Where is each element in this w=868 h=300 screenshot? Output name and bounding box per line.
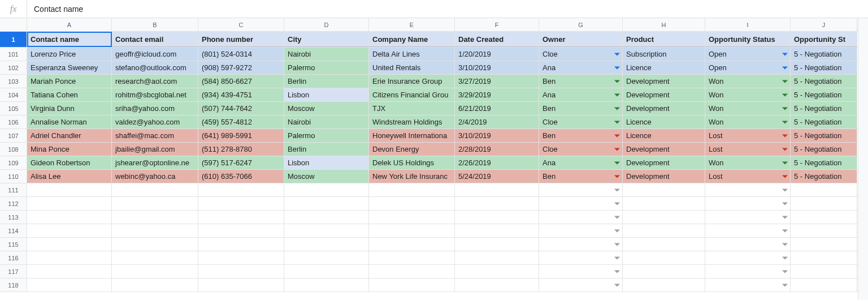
cell[interactable] (791, 251, 857, 264)
cell[interactable] (284, 278, 369, 292)
cell[interactable]: Delta Air Lines (369, 48, 455, 61)
cell[interactable]: Berlin (284, 75, 369, 88)
cell[interactable]: (908) 597-9272 (198, 61, 284, 74)
cell[interactable]: 1/20/2019 (455, 48, 539, 61)
select-all-corner[interactable] (0, 18, 27, 31)
dropdown-icon[interactable] (614, 256, 620, 259)
cell[interactable]: Ana (539, 61, 623, 74)
cell[interactable] (198, 211, 284, 224)
cell[interactable]: 3/29/2019 (455, 88, 539, 101)
dropdown-icon[interactable] (614, 175, 620, 178)
cell[interactable] (27, 197, 112, 210)
cell[interactable]: Cloe (539, 115, 623, 128)
cell[interactable]: 5 - Negotiation (791, 129, 857, 142)
dropdown-icon[interactable] (782, 216, 788, 218)
cell[interactable]: jbailie@gmail.com (112, 143, 198, 156)
header-cell[interactable]: Opportunity Status (705, 32, 791, 47)
row-number[interactable]: 105 (0, 102, 27, 115)
cell[interactable]: 3/10/2019 (455, 61, 539, 74)
cell[interactable] (369, 278, 455, 292)
dropdown-icon[interactable] (782, 284, 788, 286)
cell[interactable] (198, 251, 284, 264)
dropdown-icon[interactable] (782, 256, 788, 259)
cell[interactable]: Windstream Holdings (369, 115, 455, 128)
cell[interactable]: Development (623, 143, 705, 156)
header-cell[interactable]: Contact name (27, 32, 112, 47)
cell[interactable] (791, 197, 857, 210)
cell[interactable]: Won (705, 75, 791, 88)
cell[interactable]: Mariah Ponce (27, 75, 112, 88)
cell[interactable] (27, 265, 112, 278)
column-header-E[interactable]: E (369, 18, 455, 31)
cell[interactable]: Licence (623, 129, 705, 142)
dropdown-icon[interactable] (782, 134, 788, 137)
cell[interactable] (623, 224, 705, 237)
cell[interactable] (198, 278, 284, 292)
row-number[interactable]: 110 (0, 170, 27, 183)
dropdown-icon[interactable] (782, 175, 788, 178)
cell[interactable]: 5 - Negotiation (791, 170, 857, 183)
cell[interactable] (27, 224, 112, 237)
cell[interactable] (369, 211, 455, 224)
cell[interactable]: Alisa Lee (27, 170, 112, 183)
cell[interactable] (455, 265, 539, 278)
cell[interactable]: Lost (705, 143, 791, 156)
row-number[interactable]: 117 (0, 265, 27, 278)
vertical-scrollbar[interactable] (858, 18, 868, 300)
row-number[interactable]: 101 (0, 48, 27, 61)
cell[interactable] (27, 251, 112, 264)
cell[interactable] (623, 238, 705, 251)
cell[interactable] (705, 183, 791, 196)
dropdown-icon[interactable] (782, 161, 788, 164)
cell[interactable]: 5 - Negotiation (791, 115, 857, 128)
row-number[interactable]: 102 (0, 61, 27, 74)
cell[interactable] (112, 197, 198, 210)
cell[interactable] (705, 238, 791, 251)
cell[interactable]: 6/21/2019 (455, 102, 539, 115)
cell[interactable] (198, 265, 284, 278)
cell[interactable] (369, 224, 455, 237)
row-number[interactable]: 118 (0, 278, 27, 292)
row-number[interactable]: 113 (0, 211, 27, 224)
cell[interactable]: (801) 524-0314 (198, 48, 284, 61)
cell[interactable]: TJX (369, 102, 455, 115)
cell[interactable]: Nairobi (284, 115, 369, 128)
dropdown-icon[interactable] (614, 80, 620, 83)
header-cell[interactable]: Contact email (112, 32, 198, 47)
cell[interactable]: 5 - Negotiation (791, 61, 857, 74)
cell[interactable]: (641) 989-5991 (198, 129, 284, 142)
cell[interactable] (112, 224, 198, 237)
cell[interactable]: 5 - Negotiation (791, 102, 857, 115)
cell[interactable] (284, 211, 369, 224)
cell[interactable] (455, 224, 539, 237)
cell[interactable]: (597) 517-6247 (198, 156, 284, 169)
cell[interactable] (27, 278, 112, 292)
cell[interactable]: Berlin (284, 143, 369, 156)
cell[interactable]: Gideon Robertson (27, 156, 112, 169)
cell[interactable] (791, 211, 857, 224)
row-number[interactable]: 106 (0, 115, 27, 128)
cell[interactable] (112, 265, 198, 278)
cell[interactable]: 5 - Negotiation (791, 75, 857, 88)
cell[interactable]: 5 - Negotiation (791, 143, 857, 156)
cell[interactable] (623, 183, 705, 196)
cell[interactable] (284, 197, 369, 210)
column-header-B[interactable]: B (112, 18, 198, 31)
dropdown-icon[interactable] (614, 229, 620, 232)
cell[interactable]: Ben (539, 170, 623, 183)
cell[interactable] (198, 183, 284, 196)
cell[interactable] (27, 211, 112, 224)
cell[interactable]: (507) 744-7642 (198, 102, 284, 115)
row-number[interactable]: 112 (0, 197, 27, 210)
cell[interactable]: Lorenzo Price (27, 48, 112, 61)
cell[interactable] (112, 278, 198, 292)
cell[interactable]: (511) 278-8780 (198, 143, 284, 156)
cell[interactable]: (610) 635-7066 (198, 170, 284, 183)
column-header-G[interactable]: G (539, 18, 623, 31)
cell[interactable] (705, 265, 791, 278)
dropdown-icon[interactable] (614, 148, 620, 151)
cell[interactable]: Moscow (284, 102, 369, 115)
cell[interactable] (198, 197, 284, 210)
dropdown-icon[interactable] (614, 161, 620, 164)
dropdown-icon[interactable] (782, 93, 788, 96)
